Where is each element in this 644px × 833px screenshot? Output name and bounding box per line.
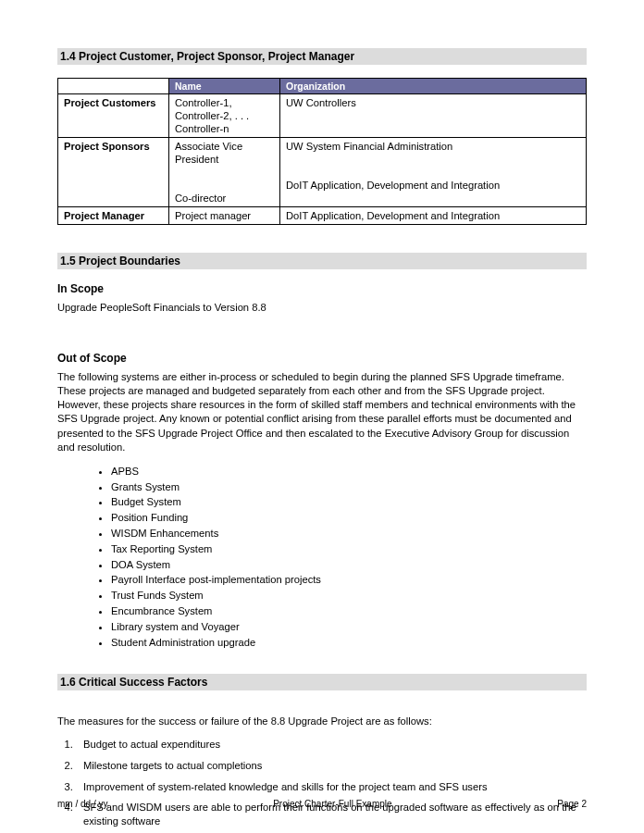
table-header-org: Organization bbox=[280, 79, 587, 94]
out-of-scope-heading: Out of Scope bbox=[57, 352, 587, 365]
org-cell: UW Controllers bbox=[280, 94, 587, 138]
role-cell: Project Manager bbox=[58, 207, 169, 225]
in-scope-heading: In Scope bbox=[57, 282, 587, 295]
in-scope-text: Upgrade PeopleSoft Financials to Version… bbox=[57, 301, 587, 315]
list-item: Budget System bbox=[111, 494, 587, 510]
footer-page: Page 2 bbox=[557, 799, 587, 809]
name-cell: Project manager bbox=[169, 207, 280, 225]
list-item: Trust Funds System bbox=[111, 588, 587, 603]
list-item: DOA System bbox=[111, 557, 587, 573]
list-item: APBS bbox=[111, 464, 587, 479]
out-of-scope-text: The following systems are either in-proc… bbox=[57, 370, 587, 454]
list-item: Payroll Interface post-implementation pr… bbox=[111, 572, 587, 588]
table-row: Project Manager Project manager DoIT App… bbox=[58, 207, 587, 225]
list-item: WISDM Enhancements bbox=[111, 526, 587, 541]
out-of-scope-list: APBS Grants System Budget System Positio… bbox=[111, 464, 587, 651]
roles-table: Name Organization Project Customers Cont… bbox=[57, 78, 587, 225]
csf-list: Budget to actual expenditures Milestone … bbox=[76, 738, 587, 827]
csf-intro: The measures for the success or failure … bbox=[57, 715, 587, 728]
name-cell: Associate Vice PresidentCo-director bbox=[169, 138, 280, 207]
list-item: Tax Reporting System bbox=[111, 541, 587, 557]
list-item: Position Funding bbox=[111, 510, 587, 526]
list-item: Student Administration upgrade bbox=[111, 635, 587, 651]
list-item: Improvement of system-related knowledge … bbox=[76, 780, 587, 794]
list-item: Milestone targets to actual completions bbox=[76, 759, 587, 773]
section-heading-1-4: 1.4 Project Customer, Project Sponsor, P… bbox=[57, 48, 587, 65]
table-header-row: Name Organization bbox=[58, 79, 587, 94]
name-cell: Controller-1, Controller-2, . . . Contro… bbox=[169, 94, 280, 138]
list-item: Budget to actual expenditures bbox=[76, 738, 587, 752]
table-header-name: Name bbox=[169, 79, 280, 94]
org-cell: UW System Financial AdministrationDoIT A… bbox=[280, 138, 587, 207]
page-footer: mm / dd / yy Project Charter-Full Exampl… bbox=[57, 799, 587, 809]
list-item: Grants System bbox=[111, 479, 587, 495]
section-heading-1-6: 1.6 Critical Success Factors bbox=[57, 674, 587, 690]
table-row: Project Sponsors Associate Vice Presiden… bbox=[58, 138, 587, 207]
role-cell: Project Sponsors bbox=[58, 138, 169, 207]
footer-title: Project Charter-Full Example bbox=[273, 799, 391, 809]
section-heading-1-5: 1.5 Project Boundaries bbox=[57, 253, 587, 269]
org-cell: DoIT Application, Development and Integr… bbox=[280, 207, 587, 225]
role-cell: Project Customers bbox=[58, 94, 169, 138]
list-item: Encumbrance System bbox=[111, 603, 587, 619]
table-header-blank bbox=[58, 79, 169, 94]
footer-date: mm / dd / yy bbox=[57, 799, 107, 809]
table-row: Project Customers Controller-1, Controll… bbox=[58, 94, 587, 138]
list-item: Library system and Voyager bbox=[111, 619, 587, 635]
